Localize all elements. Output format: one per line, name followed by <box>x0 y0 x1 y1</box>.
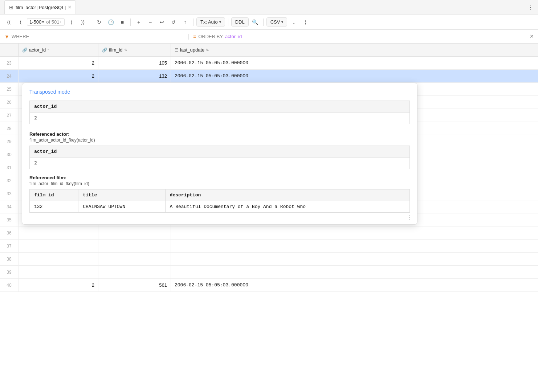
stop-button[interactable]: ■ <box>117 17 127 27</box>
column-header-row: 🔗 actor_id ↑ 🔗 film_id ⇅ ☰ last_update ⇅ <box>0 44 538 57</box>
ref-film-header-film-id: film_id <box>30 189 78 201</box>
history-button[interactable]: 🕐 <box>106 17 116 27</box>
transaction-label: Tx: Auto <box>200 19 218 25</box>
toolbar: ⟨⟨ ⟨ 1-500 ▾ of 501+ ⟩ ⟩⟩ ↻ 🕐 ■ + − ↩ ↺ … <box>0 15 538 30</box>
cell-actor-id[interactable]: 2 <box>18 70 98 82</box>
row-number: 40 <box>0 283 18 288</box>
ref-film-header-description: description <box>165 189 409 201</box>
cell-film-id[interactable] <box>98 266 171 278</box>
row-number: 38 <box>0 257 18 262</box>
next-page-button[interactable]: ⟩ <box>66 17 76 27</box>
fk-icon-actor-id: 🔗 <box>22 48 28 53</box>
toolbar-separator-3 <box>193 19 193 26</box>
data-row[interactable]: 23 2 105 2006-02-15 05:05:03.000000 <box>0 57 538 70</box>
tab-close-button[interactable]: × <box>68 4 71 10</box>
transposed-popup: Transposed mode actor_id 2 Referenced ac… <box>22 83 417 225</box>
data-row[interactable]: 40 2 561 2006-02-15 05:05:03.000000 <box>0 279 538 292</box>
cell-actor-id[interactable] <box>18 253 98 265</box>
submit-button[interactable]: ↑ <box>180 17 190 27</box>
main-transposed-table: actor_id 2 <box>29 101 410 124</box>
main-table-cell-actor-id[interactable]: 2 <box>30 113 410 124</box>
first-page-button[interactable]: ⟨⟨ <box>4 17 14 27</box>
cell-last-update[interactable] <box>171 226 538 239</box>
referenced-actor-title: Referenced actor: <box>29 131 410 137</box>
table-icon: ⊞ <box>9 4 13 10</box>
tab-menu-button[interactable]: ⋮ <box>527 3 534 11</box>
revert-button[interactable]: ↺ <box>168 17 179 27</box>
cell-film-id[interactable] <box>98 226 171 239</box>
tab-label: film_actor [PostgreSQL] <box>16 5 66 10</box>
cell-last-update[interactable]: 2006-02-15 05:05:03.000000 <box>171 57 538 69</box>
filter-bar: ▼ WHERE ≡ ORDER BY actor_id × <box>0 30 538 44</box>
row-number: 27 <box>0 113 18 118</box>
ddl-button[interactable]: DDL <box>231 17 249 26</box>
row-number: 26 <box>0 100 18 105</box>
where-section: ▼ WHERE <box>0 34 189 40</box>
col-header-film-id[interactable]: 🔗 film_id ⇅ <box>98 44 171 56</box>
pagination-dropdown-icon: ▾ <box>42 20 44 24</box>
cell-actor-id[interactable]: 2 <box>18 279 98 291</box>
cell-actor-id[interactable] <box>18 226 98 239</box>
col-header-actor-id[interactable]: 🔗 actor_id ↑ <box>18 44 98 56</box>
cell-actor-id[interactable] <box>18 240 98 252</box>
refresh-button[interactable]: ↻ <box>94 17 104 27</box>
ref-film-cell-film-id[interactable]: 132 <box>30 201 78 213</box>
cell-actor-id[interactable] <box>18 266 98 278</box>
cell-film-id[interactable] <box>98 253 171 265</box>
data-row[interactable]: 37 <box>0 240 538 253</box>
row-number: 23 <box>0 61 18 66</box>
datetime-icon: ☰ <box>175 48 179 53</box>
data-row[interactable]: 39 <box>0 266 538 279</box>
data-row[interactable]: 38 <box>0 253 538 266</box>
data-row[interactable]: 36 <box>0 226 538 240</box>
popup-more-button[interactable]: ⋮ <box>407 214 413 221</box>
filter-icon: ▼ <box>4 34 9 40</box>
cell-last-update[interactable]: 2006-02-15 05:05:03.000000 <box>171 70 538 82</box>
sort-icon-actor-id: ↑ <box>47 48 49 52</box>
more-button[interactable]: ⟩ <box>300 17 310 27</box>
delete-row-button[interactable]: − <box>145 17 155 27</box>
cell-last-update[interactable]: 2006-02-15 05:05:03.000000 <box>171 279 538 291</box>
data-row[interactable]: 24 2 132 2006-02-15 05:05:03.000000 <box>0 70 538 83</box>
ref-actor-header-actor-id: actor_id <box>30 146 410 158</box>
cell-last-update[interactable] <box>171 253 538 265</box>
ref-actor-cell-actor-id[interactable]: 2 <box>30 158 410 169</box>
popup-title[interactable]: Transposed mode <box>29 89 410 95</box>
cell-film-id[interactable]: 132 <box>98 70 171 82</box>
undo-button[interactable]: ↩ <box>157 17 167 27</box>
active-tab[interactable]: ⊞ film_actor [PostgreSQL] × <box>4 0 76 14</box>
cell-last-update[interactable] <box>171 240 538 252</box>
order-by-value: actor_id <box>225 34 242 39</box>
tab-bar: ⊞ film_actor [PostgreSQL] × ⋮ <box>0 0 538 15</box>
toolbar-separator-5 <box>263 19 264 26</box>
ref-film-cell-description[interactable]: A Beautiful Documentary of a Boy And a R… <box>165 201 409 213</box>
ref-film-header-title: title <box>78 189 165 201</box>
row-number: 28 <box>0 126 18 131</box>
add-row-button[interactable]: + <box>134 17 144 27</box>
cell-film-id[interactable]: 105 <box>98 57 171 69</box>
prev-page-button[interactable]: ⟨ <box>15 17 25 27</box>
cell-film-id[interactable]: 561 <box>98 279 171 291</box>
ref-film-cell-title[interactable]: CHAINSAW UPTOWN <box>78 201 165 213</box>
csv-button[interactable]: CSV ▾ <box>266 17 288 26</box>
row-number: 24 <box>0 74 18 79</box>
cell-film-id[interactable] <box>98 240 171 252</box>
row-number: 36 <box>0 230 18 236</box>
referenced-actor-section: Referenced actor: film_actor_actor_id_fk… <box>29 131 410 169</box>
cell-last-update[interactable] <box>171 266 538 278</box>
filter-close-button[interactable]: × <box>530 33 534 40</box>
referenced-film-table: film_id title description 132 CHAINSAW U… <box>29 189 410 213</box>
referenced-film-fkey: film_actor_film_id_fkey(film_id) <box>29 181 410 186</box>
search-button[interactable]: 🔍 <box>250 17 260 27</box>
col-header-last-update[interactable]: ☰ last_update ⇅ <box>171 44 538 56</box>
transaction-button[interactable]: Tx: Auto ▾ <box>196 17 225 26</box>
fk-icon-film-id: 🔗 <box>102 48 107 53</box>
download-button[interactable]: ↓ <box>289 17 299 27</box>
pagination-control[interactable]: 1-500 ▾ of 501+ <box>27 18 65 26</box>
row-number: 30 <box>0 152 18 157</box>
last-page-button[interactable]: ⟩⟩ <box>78 17 88 27</box>
row-number: 33 <box>0 191 18 196</box>
sort-icon-film-id: ⇅ <box>124 48 127 52</box>
order-icon: ≡ <box>193 34 196 40</box>
cell-actor-id[interactable]: 2 <box>18 57 98 69</box>
